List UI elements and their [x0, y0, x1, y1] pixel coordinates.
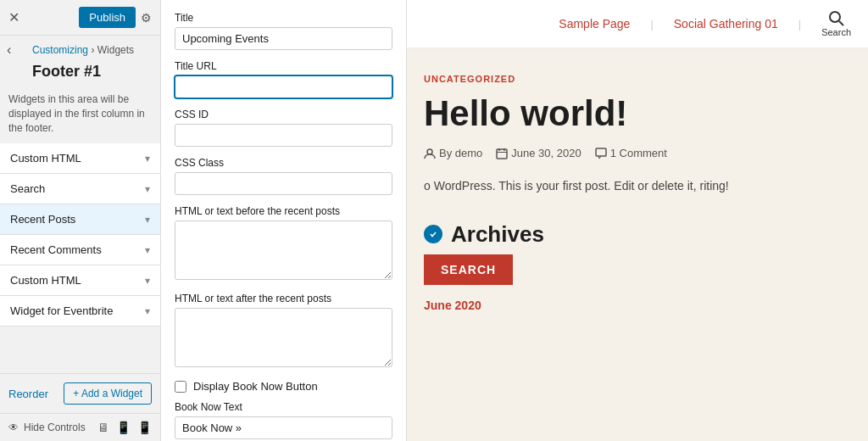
display-book-checkbox[interactable] [175, 381, 186, 393]
author-icon [424, 148, 436, 159]
chevron-down-icon: ▾ [145, 183, 150, 195]
archives-check-icon [424, 225, 442, 243]
display-book-label: Display Book Now Button [193, 380, 318, 393]
breadcrumb-section: Widgets [97, 44, 134, 56]
before-posts-textarea[interactable] [175, 220, 392, 280]
chevron-down-icon: ▾ [145, 275, 150, 287]
title-url-label: Title URL [175, 60, 392, 72]
widget-label: Widget for Eventbrite [10, 304, 113, 317]
widget-item-custom-html-2[interactable]: Custom HTML ▾ [0, 265, 160, 296]
css-id-input[interactable] [175, 124, 392, 147]
post-author: By demo [424, 147, 482, 159]
desktop-icon[interactable]: 🖥 [97, 421, 109, 434]
breadcrumb-arrow: › [91, 44, 94, 56]
content-area: UNCATEGORIZED Hello world! By demo June … [407, 48, 868, 338]
check-circle-icon [428, 229, 438, 239]
title-url-field-group: Title URL [175, 60, 392, 98]
comments-text: 1 Comment [610, 147, 667, 159]
svg-point-0 [830, 12, 840, 22]
css-class-field-group: CSS Class [175, 157, 392, 195]
widget-item-search[interactable]: Search ▾ [0, 174, 160, 204]
widget-item-eventbrite[interactable]: Widget for Eventbrite ▾ [0, 296, 160, 327]
svg-line-1 [839, 21, 843, 25]
css-class-input[interactable] [175, 172, 392, 195]
publish-button[interactable]: Publish [79, 7, 136, 28]
search-label: Search [821, 27, 851, 37]
widget-list: Custom HTML ▾ Search ▾ Recent Posts ▾ Re… [0, 143, 160, 373]
search-button[interactable]: Search [821, 10, 851, 37]
settings-button[interactable]: ⚙ [141, 11, 152, 25]
post-date: June 30, 2020 [496, 147, 581, 159]
breadcrumb: Customizing › Widgets [24, 36, 160, 59]
close-button[interactable]: ✕ [8, 9, 19, 25]
publish-area: Publish ⚙ [79, 7, 152, 28]
widget-label: Custom HTML [10, 152, 81, 165]
back-button[interactable]: ‹ [0, 36, 18, 64]
search-icon [828, 10, 845, 27]
reorder-button[interactable]: Reorder [8, 388, 48, 400]
site-navigation: Sample Page | Social Gathering 01 | Sear… [407, 0, 868, 48]
archives-title: Archives [451, 221, 544, 248]
hide-controls-bar[interactable]: 👁 Hide Controls 🖥 📱 📱 [0, 413, 160, 441]
post-title: Hello world! [424, 94, 851, 133]
add-widget-button[interactable]: + Add a Widget [64, 382, 152, 405]
nav-separator: | [650, 18, 653, 31]
search-bar-area: SEARCH [424, 254, 851, 285]
svg-rect-7 [596, 148, 606, 156]
nav-sample-page[interactable]: Sample Page [559, 17, 630, 31]
category-label: UNCATEGORIZED [424, 74, 851, 84]
book-now-text-input[interactable] [175, 416, 392, 439]
title-field-group: Title [175, 12, 392, 50]
book-now-text-group: Book Now Text [175, 401, 392, 439]
widget-label: Recent Comments [10, 243, 102, 256]
sidebar-description: Widgets in this area will be displayed i… [0, 89, 160, 143]
author-text: By demo [439, 147, 482, 159]
title-input[interactable] [175, 27, 392, 50]
css-id-field-group: CSS ID [175, 109, 392, 147]
widget-label: Search [10, 182, 45, 195]
css-id-label: CSS ID [175, 109, 392, 120]
hide-controls-label: Hide Controls [24, 421, 86, 433]
comment-icon [595, 148, 607, 159]
preview-panel: Sample Page | Social Gathering 01 | Sear… [407, 0, 868, 441]
date-text: June 30, 2020 [511, 147, 581, 159]
svg-point-8 [429, 230, 437, 238]
after-posts-textarea[interactable] [175, 308, 392, 367]
after-posts-field-group: HTML or text after the recent posts [175, 293, 392, 370]
tablet-icon[interactable]: 📱 [116, 421, 131, 434]
widget-item-custom-html-1[interactable]: Custom HTML ▾ [0, 143, 160, 174]
widget-config-panel: Title Title URL CSS ID CSS Class HTML or… [161, 0, 407, 441]
bottom-actions: Reorder + Add a Widget [0, 373, 160, 413]
post-excerpt: o WordPress. This is your first post. Ed… [424, 176, 851, 195]
widget-item-recent-comments[interactable]: Recent Comments ▾ [0, 235, 160, 265]
chevron-down-icon: ▾ [145, 214, 150, 226]
mobile-icon[interactable]: 📱 [137, 421, 152, 434]
before-posts-label: HTML or text before the recent posts [175, 205, 392, 217]
chevron-down-icon: ▾ [145, 305, 150, 317]
widget-label: Recent Posts [10, 213, 75, 226]
archives-month: June 2020 [424, 299, 851, 312]
nav-separator-2: | [798, 18, 801, 31]
top-bar: ✕ Publish ⚙ [0, 0, 160, 36]
eye-icon: 👁 [8, 421, 19, 433]
archives-section: Archives [424, 221, 851, 248]
nav-social-gathering[interactable]: Social Gathering 01 [674, 17, 778, 31]
post-comments: 1 Comment [595, 147, 667, 159]
after-posts-label: HTML or text after the recent posts [175, 293, 392, 304]
search-bar-button[interactable]: SEARCH [424, 254, 513, 285]
chevron-down-icon: ▾ [145, 244, 150, 256]
widget-label: Custom HTML [10, 274, 81, 287]
svg-rect-3 [497, 149, 507, 159]
book-now-text-label: Book Now Text [175, 401, 392, 413]
before-posts-field-group: HTML or text before the recent posts [175, 205, 392, 282]
section-title: Footer #1 [24, 59, 160, 89]
widget-item-recent-posts[interactable]: Recent Posts ▾ [0, 204, 160, 235]
display-book-row: Display Book Now Button [175, 380, 392, 393]
post-meta: By demo June 30, 2020 1 Comment [424, 147, 851, 159]
css-class-label: CSS Class [175, 157, 392, 169]
title-url-input[interactable] [175, 75, 392, 98]
chevron-down-icon: ▾ [145, 153, 150, 165]
calendar-icon [496, 148, 508, 159]
breadcrumb-customizing[interactable]: Customizing [32, 44, 88, 56]
device-icons: 🖥 📱 📱 [97, 421, 152, 434]
